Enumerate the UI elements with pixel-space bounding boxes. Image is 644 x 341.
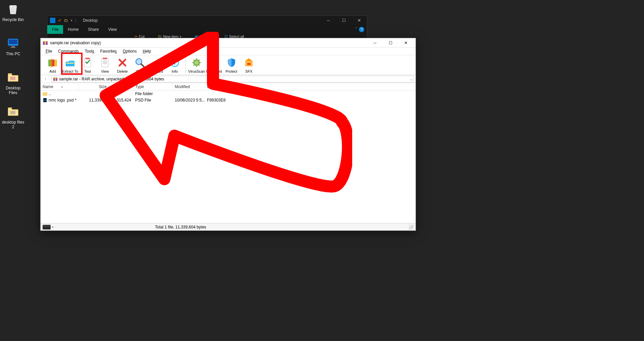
close-button[interactable]: ✕ xyxy=(398,39,414,47)
winrar-menubar: File Commands Tools Favorites Options He… xyxy=(41,48,416,55)
toolbar-info[interactable]: i Info xyxy=(166,57,183,73)
toolbar-find[interactable]: Find xyxy=(131,57,149,73)
desktop-icon-label: desktop files 2 xyxy=(1,120,25,129)
menu-tools[interactable]: Tools xyxy=(82,48,97,54)
address-text: sample.rar - RAR archive, unpacked size … xyxy=(59,77,164,81)
menu-help[interactable]: Help xyxy=(140,48,154,54)
list-item-parent[interactable]: .. File folder xyxy=(41,90,416,97)
svg-rect-47 xyxy=(55,77,56,81)
svg-rect-2 xyxy=(11,46,15,47)
svg-rect-39 xyxy=(210,59,218,65)
minimize-button[interactable]: ─ xyxy=(321,16,336,25)
tab-home[interactable]: Home xyxy=(63,25,83,34)
folder-icon xyxy=(43,91,47,96)
winrar-titlebar[interactable]: sample.rar (evaluation copy) ─ ☐ ✕ xyxy=(41,38,416,48)
column-modified[interactable]: Modified xyxy=(173,83,205,90)
winrar-window: sample.rar (evaluation copy) ─ ☐ ✕ File … xyxy=(40,38,416,231)
svg-rect-5 xyxy=(10,111,15,114)
explorer-ribbon-tabs: File Home Share View ˇ ? xyxy=(47,25,367,34)
test-icon xyxy=(82,57,94,69)
column-type[interactable]: Type xyxy=(133,83,173,90)
minimize-button[interactable]: ─ xyxy=(367,39,383,47)
svg-line-38 xyxy=(199,60,200,60)
comment-icon xyxy=(208,57,220,69)
desktop-icon-recycle-bin[interactable]: Recycle Bin xyxy=(1,2,25,22)
column-checksum[interactable]: Checksum xyxy=(205,83,238,90)
file-list-header: Name▴ Size Packed Type Modified Checksum xyxy=(41,83,416,90)
svg-text:i: i xyxy=(174,60,175,66)
info-icon: i xyxy=(169,57,181,69)
recycle-bin-icon xyxy=(6,2,20,16)
column-name[interactable]: Name▴ xyxy=(41,83,79,90)
menu-favorites[interactable]: Favorites xyxy=(97,48,120,54)
desktop-icon-desktop-files-2[interactable]: desktop files 2 xyxy=(1,105,25,129)
add-icon xyxy=(47,57,59,69)
svg-line-24 xyxy=(141,64,144,67)
desktop-icon-label: Desktop Files xyxy=(1,86,25,95)
folder-icon xyxy=(6,70,20,84)
svg-point-30 xyxy=(195,61,199,65)
folder-icon xyxy=(6,105,20,119)
virusscan-icon xyxy=(191,57,203,69)
svg-line-36 xyxy=(199,65,200,66)
desktop-icon-label: This PC xyxy=(1,52,25,56)
qat-folder-icon: 🗀 xyxy=(64,18,68,23)
up-button[interactable]: ↑ xyxy=(41,77,50,81)
view-icon xyxy=(99,57,111,69)
column-packed[interactable]: Packed xyxy=(109,83,133,90)
svg-rect-12 xyxy=(51,59,52,67)
file-explorer-window: ✔ 🗀 ▾ | Desktop ─ ☐ ✕ File Home Share Vi… xyxy=(47,15,367,39)
protect-icon xyxy=(225,57,237,69)
maximize-button[interactable]: ☐ xyxy=(383,39,398,47)
qat-check-icon: ✔ xyxy=(58,18,61,23)
explorer-titlebar[interactable]: ✔ 🗀 ▾ | Desktop ─ ☐ ✕ xyxy=(47,16,367,25)
help-icon[interactable]: ? xyxy=(359,27,364,32)
svg-rect-8 xyxy=(45,41,46,45)
menu-file[interactable]: File xyxy=(43,48,55,54)
disk-icon xyxy=(43,225,51,229)
menu-options[interactable]: Options xyxy=(120,48,140,54)
toolbar-sfx[interactable]: SFX xyxy=(240,57,258,73)
svg-rect-3 xyxy=(10,47,16,48)
toolbar-protect[interactable]: Protect xyxy=(223,57,240,73)
desktop-icon-this-pc[interactable]: This PC xyxy=(1,36,25,56)
winrar-statusbar: ▾ Total 1 file, 11,339,604 bytes xyxy=(41,223,416,230)
toolbar-comment[interactable]: Comment xyxy=(205,57,223,73)
column-size[interactable]: Size xyxy=(79,83,109,90)
svg-rect-17 xyxy=(103,58,107,59)
svg-rect-16 xyxy=(102,58,108,67)
explorer-app-icon xyxy=(50,18,55,23)
winrar-addressbar: ↑ sample.rar - RAR archive, unpacked siz… xyxy=(41,75,416,83)
explorer-title: Desktop xyxy=(79,18,98,23)
address-field[interactable]: sample.rar - RAR archive, unpacked size … xyxy=(51,76,414,82)
status-text: Total 1 file, 11,339,604 bytes xyxy=(155,225,206,229)
toolbar-view[interactable]: View xyxy=(96,57,114,73)
psd-file-icon: Ps xyxy=(43,98,47,103)
disk-dropdown-icon[interactable]: ▾ xyxy=(52,225,54,229)
list-item[interactable]: Psnmc logo .psd * 11,339,6.. 6,315,424 P… xyxy=(41,97,416,103)
svg-rect-11 xyxy=(54,60,57,66)
tab-view[interactable]: View xyxy=(103,25,121,34)
svg-text:Ps: Ps xyxy=(44,99,46,101)
toolbar-delete[interactable]: Delete xyxy=(114,57,131,73)
close-button[interactable]: ✕ xyxy=(352,16,367,25)
tab-file[interactable]: File xyxy=(47,25,63,34)
toolbar-virusscan[interactable]: VirusScan xyxy=(188,57,205,73)
toolbar-wizard[interactable]: Wizard xyxy=(149,57,166,73)
desktop-icon-label: Recycle Bin xyxy=(1,17,25,22)
sfx-icon xyxy=(243,57,255,69)
annotation-highlight xyxy=(61,53,83,75)
resize-grip[interactable] xyxy=(409,225,414,229)
maximize-button[interactable]: ☐ xyxy=(336,16,352,25)
winrar-toolbar: Add Extract To Test View Delete Find Wiz… xyxy=(41,55,416,75)
desktop-icon-desktop-files[interactable]: Desktop Files xyxy=(1,70,25,95)
svg-rect-44 xyxy=(247,63,251,65)
tab-share[interactable]: Share xyxy=(83,25,103,34)
delete-icon xyxy=(116,57,128,69)
svg-line-35 xyxy=(194,60,194,60)
archive-icon xyxy=(53,77,58,81)
toolbar-add[interactable]: Add xyxy=(44,57,61,73)
address-dropdown-icon[interactable]: ⌵ xyxy=(410,77,413,81)
qat-dropdown-icon[interactable]: ▾ xyxy=(71,19,72,22)
ribbon-collapse-icon[interactable]: ˇ xyxy=(356,27,357,32)
